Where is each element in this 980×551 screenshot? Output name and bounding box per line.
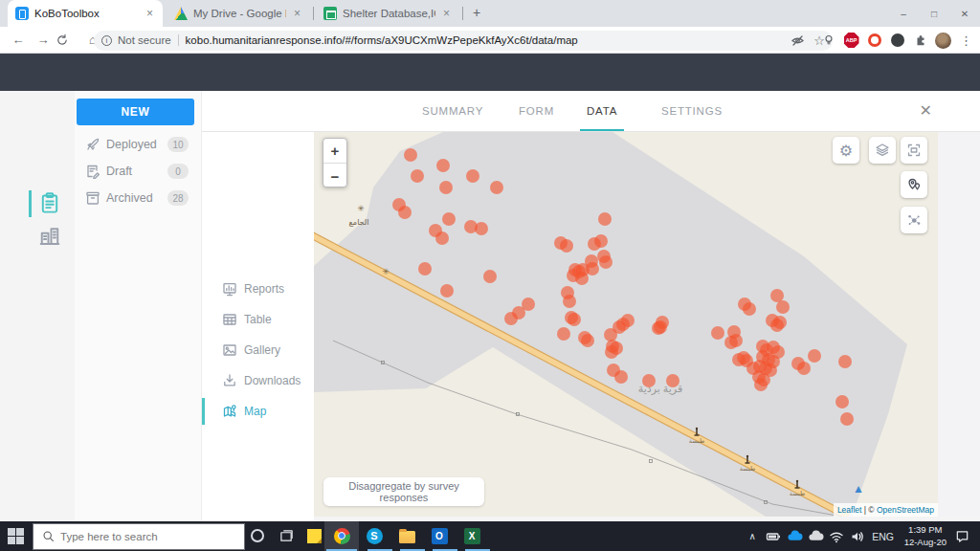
new-form-button[interactable]: NEW (77, 99, 194, 125)
map-marker[interactable] (568, 313, 581, 326)
forward-icon[interactable]: → (31, 33, 56, 47)
map-marker[interactable] (411, 169, 424, 183)
browser-tab-kobotoolbox[interactable]: KoBoToolbox × (8, 0, 163, 27)
map-marker[interactable] (840, 412, 854, 426)
leaflet-link[interactable]: Leaflet (837, 505, 862, 515)
map-marker[interactable] (666, 374, 679, 387)
reload-icon[interactable] (56, 33, 80, 47)
adblock-plus-extension-icon[interactable]: ABP (843, 33, 859, 49)
map-marker[interactable] (466, 169, 479, 183)
back-icon[interactable]: ← (6, 33, 31, 47)
map-fullscreen-button[interactable] (901, 137, 927, 164)
task-view-icon[interactable] (278, 527, 295, 544)
map-marker[interactable] (770, 289, 784, 302)
sidebar-item-archived[interactable]: Archived 28 (75, 186, 202, 210)
window-minimize-button[interactable]: – (888, 0, 919, 27)
tab-form[interactable]: FORM (519, 91, 554, 131)
map-marker[interactable] (504, 312, 518, 325)
map-marker[interactable] (398, 206, 412, 219)
info-icon[interactable]: i (101, 35, 112, 46)
nav-item-gallery[interactable]: Gallery (202, 337, 314, 364)
map-marker[interactable] (594, 234, 608, 248)
map-marker[interactable] (557, 327, 570, 341)
window-maximize-button[interactable]: □ (919, 0, 949, 27)
nav-item-table[interactable]: Table (202, 306, 314, 333)
map-marker[interactable] (776, 300, 790, 314)
extensions-puzzle-icon[interactable] (912, 33, 928, 49)
cloud-icon[interactable] (808, 528, 824, 544)
map-marker[interactable] (614, 370, 628, 384)
tab-close-icon[interactable]: × (441, 7, 452, 20)
red-ring-extension-icon[interactable] (866, 33, 882, 49)
nav-item-map[interactable]: Map (202, 398, 314, 425)
map-marker[interactable] (838, 355, 852, 368)
tab-summary[interactable]: SUMMARY (422, 91, 483, 131)
forms-clipboard-icon[interactable] (38, 191, 61, 214)
sidebar-item-deployed[interactable]: Deployed 10 (75, 132, 202, 157)
map-marker[interactable] (754, 378, 768, 391)
map-marker[interactable] (605, 345, 618, 359)
zoom-out-button[interactable]: − (323, 164, 346, 188)
sidebar-item-draft[interactable]: Draft 0 (75, 159, 202, 184)
dark-extension-icon[interactable] (889, 33, 905, 49)
map-marker[interactable] (732, 353, 746, 366)
url-omnibox[interactable]: i Not secure kobo.humanitarianresponse.i… (94, 31, 833, 51)
map-marker[interactable] (797, 362, 811, 375)
map-marker[interactable] (581, 334, 594, 347)
map-marker[interactable] (729, 334, 743, 347)
osm-link[interactable]: OpenStreetMap (877, 505, 934, 515)
map-marker[interactable] (773, 316, 787, 329)
skype-icon[interactable]: S (366, 527, 383, 544)
map-marker[interactable] (711, 326, 724, 340)
map-marker[interactable] (483, 270, 497, 283)
browser-menu-kebab-icon[interactable]: ⋮ (958, 33, 974, 49)
lighthouse-extension-icon[interactable] (820, 33, 836, 49)
url-text[interactable]: kobo.humanitarianresponse.info/#/forms/a… (186, 34, 578, 46)
taskbar-clock[interactable]: 1:39 PM12-Aug-20 (904, 524, 947, 548)
onedrive-cloud-icon[interactable] (787, 528, 803, 544)
battery-icon[interactable] (766, 528, 782, 544)
library-buildings-icon[interactable] (38, 224, 61, 247)
leaflet-map[interactable]: ✳✳الجامعقرية برديةطبسةطبسةطبسة▲ + − ⚙ Di… (314, 132, 938, 517)
file-explorer-icon[interactable] (398, 527, 415, 544)
profile-avatar[interactable] (935, 33, 951, 49)
tray-chevron-up-icon[interactable]: ∧ (745, 528, 761, 544)
close-panel-icon[interactable]: ✕ (920, 101, 932, 120)
map-marker[interactable] (475, 222, 488, 235)
start-button-icon[interactable] (8, 528, 24, 544)
nav-item-downloads[interactable]: Downloads (202, 367, 314, 394)
map-layers-button[interactable] (869, 137, 896, 164)
map-marker[interactable] (563, 295, 576, 308)
language-indicator[interactable]: ENG (871, 528, 896, 544)
map-marker[interactable] (440, 284, 454, 298)
eye-off-icon[interactable] (791, 33, 805, 48)
wifi-icon[interactable] (829, 528, 845, 544)
map-marker[interactable] (599, 255, 612, 269)
chrome-icon[interactable] (333, 527, 350, 544)
map-marker[interactable] (436, 159, 450, 172)
speaker-icon[interactable] (850, 528, 866, 544)
disaggregate-button[interactable]: Disaggregate by survey responses (323, 477, 484, 506)
map-marker[interactable] (439, 181, 453, 194)
sticky-notes-icon[interactable] (305, 527, 323, 544)
search-input[interactable] (60, 531, 223, 542)
map-marker[interactable] (652, 321, 665, 335)
new-tab-button[interactable]: + (473, 5, 480, 20)
map-marker[interactable] (575, 272, 589, 285)
map-marker[interactable] (621, 314, 635, 327)
tab-data[interactable]: DATA (587, 91, 617, 131)
map-marker[interactable] (586, 262, 599, 276)
zoom-in-button[interactable]: + (323, 139, 346, 164)
map-marker[interactable] (560, 239, 573, 253)
browser-tab-sheets[interactable]: Shelter Database,IQFM1909,Duh × (316, 0, 459, 27)
tab-close-icon[interactable]: × (145, 7, 155, 20)
cortana-icon[interactable] (249, 527, 266, 544)
map-marker[interactable] (598, 212, 612, 226)
map-cluster-button[interactable] (901, 207, 927, 233)
map-marker[interactable] (404, 148, 417, 162)
map-marker[interactable] (418, 262, 432, 276)
tab-settings[interactable]: SETTINGS (661, 91, 723, 131)
map-marker[interactable] (808, 349, 821, 363)
taskbar-search[interactable] (33, 523, 245, 550)
window-close-button[interactable]: ✕ (949, 0, 980, 27)
